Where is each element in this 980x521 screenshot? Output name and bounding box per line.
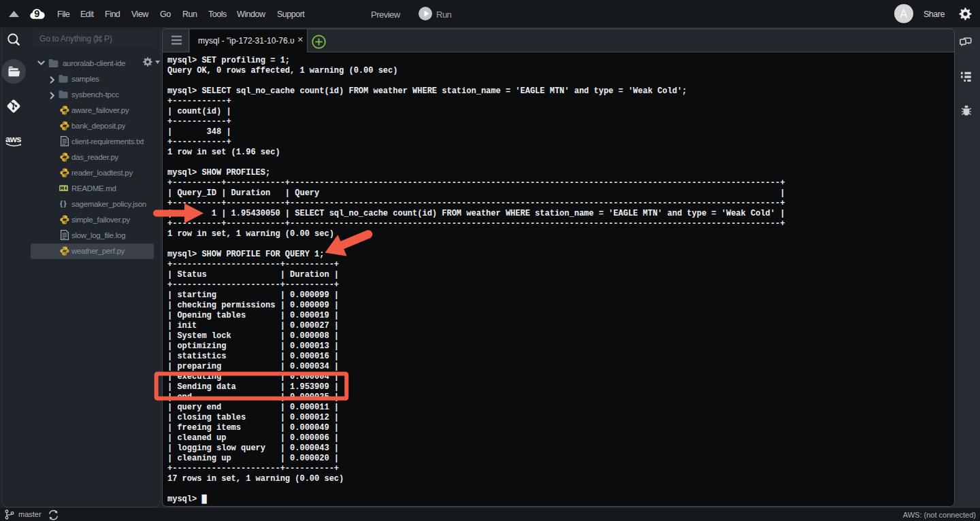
svg-text:9: 9 xyxy=(34,9,39,19)
